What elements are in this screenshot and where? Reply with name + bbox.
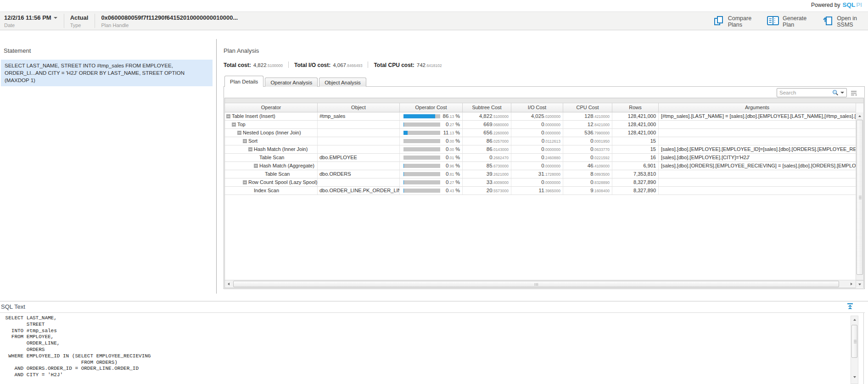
collapse-sql-panel-icon[interactable] [847, 303, 853, 311]
cost-bar [403, 114, 440, 118]
cost-bar-fill [403, 131, 408, 135]
vertical-scroll-thumb[interactable] [857, 120, 863, 275]
rows-cell: 128,421,000 [612, 112, 659, 120]
collapse-node-icon[interactable] [237, 131, 241, 135]
open-in-ssms-button[interactable]: Open inSSMS [822, 15, 857, 28]
search-icon[interactable] [832, 89, 839, 96]
statement-panel-title: Statement [4, 47, 31, 54]
button-label-line: Plans [728, 22, 742, 28]
column-chooser-icon[interactable] [851, 90, 857, 98]
grid-horizontal-scrollbar[interactable] [225, 280, 863, 288]
column-header-operator-cost[interactable]: Operator Cost [400, 103, 463, 112]
horizontal-scroll-track[interactable] [233, 280, 848, 288]
scroll-up-arrow[interactable] [856, 112, 864, 120]
operator-cell: Top [225, 121, 318, 128]
search-input[interactable] [777, 90, 832, 95]
scroll-left-arrow[interactable] [225, 280, 233, 288]
operator-cell: Nested Loops (Inner Join) [225, 129, 318, 137]
arguments-cell: [#tmp_sales].[LAST_NAME] = [sales].[dbo]… [659, 112, 856, 120]
tab-plan-details[interactable]: Plan Details [224, 76, 263, 87]
subtree-cost-cell: 0.2682470 [463, 154, 511, 161]
operator-cost-cell: 0.27% [400, 178, 463, 186]
object-cell [318, 145, 400, 153]
plan-row[interactable]: Row Count Spool (Lazy Spool)0.27%33.4009… [225, 178, 856, 187]
column-header-subtree-cost[interactable]: Subtree Cost [463, 103, 511, 112]
scrollbar-spacer [851, 381, 858, 384]
cpu-cost-cell: 8.0893500 [563, 170, 612, 178]
sql-vertical-scrollbar[interactable] [851, 316, 858, 384]
plan-row[interactable]: Table Scandbo.EMPLOYEE0.01%0.26824700.24… [225, 154, 856, 162]
cost-bar [403, 139, 440, 143]
column-header-operator[interactable]: Operator [225, 103, 318, 112]
grid-rows: Table Insert (Insert)#tmp_sales86.13%4,8… [225, 112, 856, 195]
plan-row[interactable]: Hash Match (Inner Join)0.00%86.01430000.… [225, 145, 856, 154]
total-item: Total I/O cost:4,067.8466493 [294, 61, 362, 69]
sql-scroll-thumb[interactable] [851, 325, 857, 358]
date-block[interactable]: 12/2/16 11:56 PM Date [4, 12, 64, 30]
column-header-cpu-cost[interactable]: CPU Cost [563, 103, 612, 112]
date-value: 12/2/16 11:56 PM [4, 14, 51, 21]
collapse-node-icon[interactable] [243, 180, 247, 184]
io-cost-cell: 0.0112613 [511, 137, 563, 145]
object-cell [318, 137, 400, 145]
generate-plan-button[interactable]: GeneratePlan [767, 15, 806, 28]
operator-cost-cell: 0.00% [400, 137, 463, 145]
grid-vertical-scrollbar[interactable] [856, 103, 863, 280]
search-options-caret-icon[interactable] [840, 92, 844, 94]
object-cell: #tmp_sales [318, 112, 400, 120]
scroll-down-arrow[interactable] [851, 373, 859, 381]
column-header-object[interactable]: Object [318, 103, 400, 112]
collapse-node-icon[interactable] [248, 147, 252, 151]
scroll-up-arrow[interactable] [851, 316, 859, 323]
cost-bar [403, 164, 440, 168]
object-cell: dbo.ORDERS [318, 170, 400, 178]
subtree-cost-cell: 20.5573000 [463, 187, 511, 195]
total-item: Total cost:4,822.5100000 [224, 61, 283, 69]
plan-handle-block: 0x0600080059f7f11290f6415201000000001000… [95, 12, 244, 30]
grid-header: OperatorObjectOperator CostSubtree CostI… [225, 103, 856, 112]
compare-plans-button[interactable]: ComparePlans [713, 15, 751, 28]
scroll-track[interactable] [851, 358, 858, 373]
plan-row[interactable]: Index Scandbo.ORDER_LINE.PK_ORDER_LINE0.… [225, 187, 856, 195]
plan-row[interactable]: Table Scandbo.ORDERS0.81%39.262100031.17… [225, 170, 856, 178]
plan-row[interactable]: Top0.27%669.06800000.000000012.842100012… [225, 121, 856, 129]
operator-cell: Index Scan [225, 187, 318, 195]
arguments-cell [659, 187, 856, 195]
plan-details-grid: OperatorObjectOperator CostSubtree CostI… [224, 98, 864, 288]
collapse-node-icon[interactable] [226, 114, 230, 118]
search-box[interactable] [777, 88, 847, 97]
scroll-right-arrow[interactable] [848, 280, 856, 288]
sql-code: SELECT LAST_NAME, STREET INTO #tmp_sales… [2, 315, 151, 378]
type-value: Actual [70, 14, 89, 21]
tab-object-analysis[interactable]: Object Analysis [319, 78, 366, 87]
io-cost-cell: 0.0000000 [511, 145, 563, 153]
column-header-rows[interactable]: Rows [612, 103, 659, 112]
object-cell: dbo.EMPLOYEE [318, 154, 400, 161]
plan-row[interactable]: Nested Loops (Inner Join)11.13%656.22600… [225, 129, 856, 137]
column-header-i-o-cost[interactable]: I/O Cost [511, 103, 563, 112]
compare-plans-icon [713, 15, 724, 28]
tab-operator-analysis[interactable]: Operator Analysis [265, 78, 318, 87]
column-header-arguments[interactable]: Arguments [659, 103, 856, 112]
plan-row[interactable]: Sort0.00%86.02570000.01126130.000195015 [225, 137, 856, 145]
statement-text[interactable]: SELECT LAST_NAME, STREET INTO #tmp_sales… [1, 60, 213, 86]
object-cell [318, 129, 400, 137]
io-cost-cell: 31.1728000 [511, 170, 563, 178]
operator-cell: Hash Match (Inner Join) [225, 145, 318, 153]
button-label-line: Open in [837, 15, 857, 22]
pi-logo: PI [856, 1, 862, 8]
collapse-node-icon[interactable] [254, 164, 258, 168]
io-cost-cell: 0.0000000 [511, 129, 563, 137]
cpu-cost-cell: 0.8328890 [563, 178, 612, 186]
collapse-node-icon[interactable] [243, 139, 247, 143]
plan-row[interactable]: Table Insert (Insert)#tmp_sales86.13%4,8… [225, 112, 856, 121]
date-dropdown-caret-icon[interactable] [54, 17, 57, 19]
scroll-down-arrow[interactable] [856, 280, 863, 288]
operator-cost-cell: 0.00% [400, 145, 463, 153]
sql-header-border [0, 312, 865, 313]
plan-row[interactable]: Hash Match (Aggregate)0.96%85.67300000.0… [225, 162, 856, 170]
collapse-node-icon[interactable] [232, 122, 236, 127]
rows-cell: 15 [612, 145, 659, 153]
rows-cell: 16 [612, 154, 659, 161]
horizontal-scroll-thumb[interactable] [233, 281, 839, 287]
